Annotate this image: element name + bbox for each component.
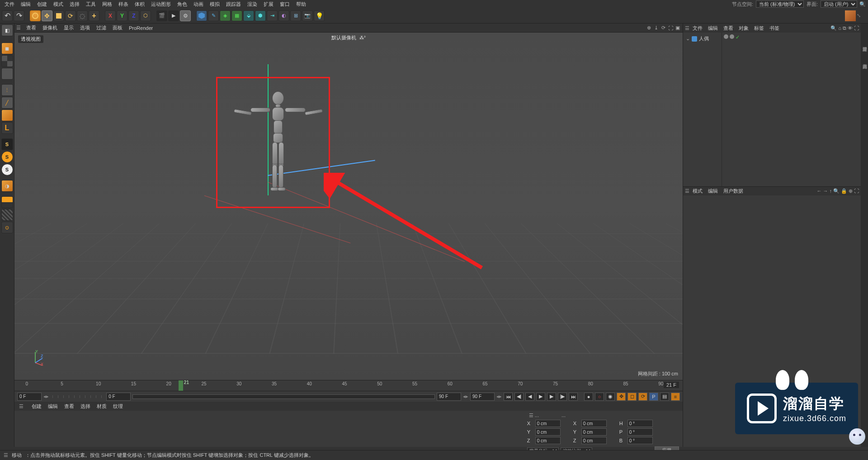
pos-y-field[interactable] (535, 428, 561, 436)
visibility-render-dot[interactable] (730, 34, 734, 39)
view-menu-prorender[interactable]: ProRender (126, 24, 156, 32)
rot-b-field[interactable] (627, 437, 653, 444)
obj-hamburger-icon[interactable]: ☰ (685, 25, 689, 31)
goto-end-button[interactable]: ⏭ (569, 393, 578, 401)
viewport[interactable]: 透视视图 默认摄像机 ⁂° 网格间距 : 100 cm (14, 33, 683, 380)
preview-end-field[interactable] (437, 393, 461, 401)
attr-fwd-icon[interactable]: → (823, 188, 828, 194)
view-menu-cameras[interactable]: 摄像机 (40, 24, 60, 32)
search-icon[interactable]: 🔍 (859, 0, 866, 8)
snap-3d[interactable]: S (1, 164, 13, 175)
view-nav-4-icon[interactable]: ⛶ (667, 25, 674, 31)
attr-menu-mode[interactable]: 模式 (690, 187, 705, 195)
obj-menu-bookmarks[interactable]: 书签 (767, 24, 782, 33)
axis-mode[interactable]: L (1, 122, 13, 134)
spline-button[interactable]: ✎ (208, 10, 219, 21)
goto-start-button[interactable]: ⏮ (504, 393, 513, 401)
key-pla-toggle[interactable]: ▤ (660, 393, 669, 401)
object-flags-area[interactable]: ✓ (722, 33, 861, 186)
render-view[interactable]: 🎬 (156, 10, 167, 21)
menu-character[interactable]: 角色 (175, 0, 190, 9)
menu-tracker[interactable]: 跟踪器 (223, 0, 244, 9)
menu-tools[interactable]: 工具 (83, 0, 99, 9)
move-tool[interactable]: ✥ (42, 10, 52, 21)
rot-h-field[interactable] (627, 420, 653, 427)
object-tree[interactable]: ⌄ 人偶 (683, 33, 722, 186)
undo-button[interactable] (2, 10, 13, 21)
obj-menu-tags[interactable]: 标签 (752, 24, 766, 33)
key-pos-toggle[interactable]: ✥ (617, 393, 626, 401)
edge-mode[interactable]: ╱ (1, 97, 13, 109)
view-nav-5-icon[interactable]: ▣ (675, 25, 681, 31)
attr-max-icon[interactable]: ⛶ (854, 188, 859, 194)
volume-button[interactable]: ⬢ (255, 10, 266, 21)
keyframe-selection[interactable]: ◉ (606, 393, 615, 401)
point-mode[interactable]: ⋮ (1, 84, 13, 96)
menu-volume[interactable]: 体积 (132, 0, 147, 9)
menu-file[interactable]: 文件 (2, 0, 17, 9)
menu-select[interactable]: 选择 (67, 0, 82, 9)
menu-spline[interactable]: 样条 (116, 0, 131, 9)
attr-menu-edit[interactable]: 编辑 (706, 187, 720, 195)
view-menu-options[interactable]: 选项 (77, 24, 93, 32)
preview-start-field[interactable] (106, 393, 131, 401)
scale-tool[interactable] (53, 10, 64, 21)
fields-button[interactable]: ⬙ (243, 10, 254, 21)
mat-menu-create[interactable]: 创建 (29, 402, 44, 411)
enable-snap[interactable] (1, 196, 13, 208)
menu-window[interactable]: 窗口 (277, 0, 292, 9)
coord-hamburger[interactable]: ☰ ... (529, 413, 539, 418)
obj-menu-view[interactable]: 查看 (721, 24, 736, 33)
place-tool[interactable]: + (89, 10, 99, 21)
obj-eye-icon[interactable]: 👁 (848, 25, 853, 31)
assistant-avatar-icon[interactable] (849, 428, 865, 445)
view-menu-panel[interactable]: 面板 (110, 24, 125, 32)
viewport-nav-cube[interactable]: ⤡ (839, 9, 866, 23)
light-button[interactable]: 💡 (314, 10, 325, 21)
hamburger-icon[interactable]: ☰ (16, 25, 21, 31)
viewport-solo[interactable]: ◑ (1, 180, 13, 192)
attr-back-icon[interactable]: ← (817, 188, 822, 194)
fcurve-button[interactable]: ≡ (671, 393, 680, 401)
size-z-field[interactable] (581, 437, 607, 444)
render-settings[interactable]: ⚙ (180, 10, 191, 21)
obj-max-icon[interactable]: ⛶ (854, 25, 859, 31)
menu-render[interactable]: 渲染 (245, 0, 260, 9)
vtab-object-manager[interactable]: 对象管理器 (861, 42, 868, 45)
view-menu-display[interactable]: 显示 (61, 24, 76, 32)
texture-mode[interactable] (1, 55, 13, 67)
key-scale-toggle[interactable]: ◻ (627, 393, 637, 401)
next-key-button[interactable]: |▶ (558, 393, 567, 401)
primitive-button[interactable] (196, 10, 207, 21)
view-menu-filter[interactable]: 过滤 (94, 24, 109, 32)
pos-x-field[interactable] (535, 420, 561, 427)
deformer-button[interactable]: ▦ (231, 10, 242, 21)
attr-search-icon[interactable]: 🔍 (833, 188, 840, 194)
mat-menu-edit[interactable]: 编辑 (45, 402, 61, 411)
record-key-button[interactable]: ● (584, 393, 593, 401)
key-param-toggle[interactable]: P (649, 393, 658, 401)
make-editable[interactable]: ◧ (1, 24, 13, 36)
material-list[interactable] (14, 411, 524, 447)
viewport-axis-gizmo[interactable]: Y X Z (27, 349, 45, 367)
redo-button[interactable] (14, 10, 24, 21)
menu-help[interactable]: 帮助 (293, 0, 309, 9)
axis-z-toggle[interactable]: Z (128, 10, 139, 21)
tweak-mode[interactable]: S (1, 138, 13, 150)
mat-menu-material[interactable]: 材质 (94, 402, 109, 411)
vtab-content-browser[interactable]: 内容浏览器 (861, 59, 868, 62)
interface-dropdown[interactable]: 启动 (用户) (821, 0, 857, 8)
enable-checkmark-icon[interactable]: ✓ (736, 34, 740, 185)
menu-mesh[interactable]: 网格 (99, 0, 115, 9)
range-end-field[interactable] (470, 393, 495, 401)
node-space-dropdown[interactable]: 当前 (标准/物理) (756, 0, 804, 8)
timeline-ruler[interactable]: 21 051015202530354045505560657075808590 … (14, 380, 683, 391)
pos-z-field[interactable] (535, 437, 561, 444)
attr-menu-userdata[interactable]: 用户数据 (721, 187, 745, 195)
menu-animate[interactable]: 动画 (191, 0, 206, 9)
timeline-playhead[interactable]: 21 (179, 380, 183, 391)
locked-workplane[interactable]: ⊙ (1, 222, 13, 233)
key-rot-toggle[interactable]: ⟳ (638, 393, 647, 401)
polygon-mode[interactable] (1, 109, 13, 121)
menu-create[interactable]: 创建 (34, 0, 50, 9)
